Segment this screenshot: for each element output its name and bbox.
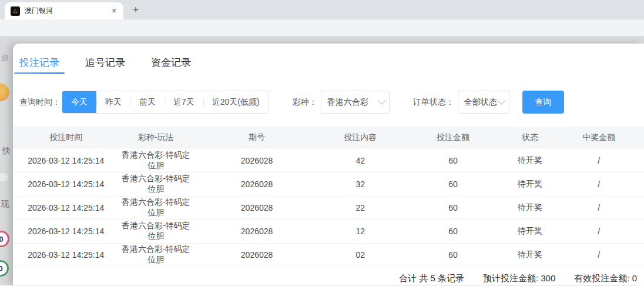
lottery-type-value: 香港六合彩: [327, 97, 368, 108]
table-cell: 60: [400, 149, 507, 172]
table-cell: 待开奖: [507, 149, 554, 172]
table-cell: /: [554, 149, 644, 172]
table-cell: 待开奖: [507, 172, 554, 196]
column-header: 彩种-玩法: [119, 127, 193, 149]
time-option-今天[interactable]: 今天: [62, 91, 96, 113]
time-option-前天[interactable]: 前天: [130, 91, 165, 113]
table-body: 2026-03-12 14:25:14香港六合彩-特码定位胆2026028426…: [13, 149, 644, 267]
summary-valid-amount: 有效投注金额: 0: [574, 273, 637, 284]
table-cell: 2026028: [193, 149, 321, 172]
table-row: 2026-03-12 14:25:14香港六合彩-特码定位胆2026028026…: [13, 243, 644, 267]
background-fragment-quick: 快: [2, 146, 11, 157]
tab-资金记录[interactable]: 资金记录: [151, 52, 191, 73]
browser-tab[interactable]: △ 澳门银河 ×: [5, 2, 123, 19]
column-header: 投注金额: [400, 127, 507, 149]
query-button[interactable]: 查询: [522, 91, 564, 114]
table-cell: 22: [321, 196, 400, 220]
record-tab-nav: 投注记录追号记录资金记录: [19, 52, 644, 73]
table-cell: 香港六合彩-特码定位胆: [119, 149, 193, 172]
query-time-label: 查询时间：: [19, 97, 61, 108]
order-status-select[interactable]: 全部状态: [458, 91, 509, 114]
query-time-group: 今天昨天前天近7天近20天(低频): [62, 91, 269, 114]
table-cell: 2026-03-12 14:25:14: [13, 196, 119, 220]
browser-toolbar: [0, 19, 644, 36]
table-cell: 2026028: [193, 220, 321, 243]
background-avatar-icon: [0, 84, 9, 101]
chevron-down-icon: [498, 97, 505, 105]
table-row: 2026-03-12 14:25:14香港六合彩-特码定位胆2026028426…: [13, 149, 644, 172]
table-cell: 60: [400, 196, 507, 220]
background-fragment-greeting: 迎: [1, 53, 9, 64]
order-status-value: 全部状态: [464, 97, 497, 108]
chevron-down-icon: [378, 97, 385, 105]
betting-records-panel: 投注记录追号记录资金记录 查询时间： 今天昨天前天近7天近20天(低频) 彩种：…: [13, 44, 644, 285]
background-lottery-ball-green: 0: [0, 260, 9, 277]
table-cell: /: [554, 220, 644, 243]
table-cell: 02: [321, 243, 400, 267]
time-option-近20天(低频)[interactable]: 近20天(低频): [203, 91, 269, 113]
column-header: 中奖金额: [554, 127, 644, 149]
table-cell: 60: [400, 220, 507, 243]
order-status-label: 订单状态：: [413, 97, 454, 108]
summary-expected-amount: 预计投注金额: 300: [483, 273, 555, 284]
lottery-type-select[interactable]: 香港六合彩: [321, 91, 390, 114]
table-row: 2026-03-12 14:25:14香港六合彩-特码定位胆2026028326…: [13, 172, 644, 196]
table-cell: 待开奖: [507, 220, 554, 243]
table-cell: 2026-03-12 14:25:14: [13, 172, 119, 196]
browser-tab-title: 澳门银河: [25, 6, 109, 16]
table-cell: 2026-03-12 14:25:14: [13, 149, 119, 172]
table-header-row: 投注时间彩种-玩法期号投注内容投注金额状态中奖金额: [13, 127, 644, 149]
table-cell: 香港六合彩-特码定位胆: [119, 243, 193, 267]
table-cell: 香港六合彩-特码定位胆: [119, 172, 193, 196]
column-header: 状态: [507, 127, 554, 149]
browser-tabstrip: △ 澳门银河 × +: [0, 0, 644, 19]
table-cell: /: [554, 243, 644, 267]
time-option-近7天[interactable]: 近7天: [165, 91, 203, 113]
new-tab-button[interactable]: +: [128, 3, 143, 18]
summary-total-records: 合计 共 5 条记录: [399, 273, 464, 284]
dimmed-background-page: 迎 快 现 0 0 投注记录追号记录资金记录 查询时间： 今天昨天前天近7天近2…: [0, 36, 644, 285]
table-cell: 2026-03-12 14:25:14: [13, 220, 119, 243]
site-favicon-icon: △: [11, 6, 20, 16]
column-header: 投注内容: [321, 127, 400, 149]
table-cell: 2026028: [193, 172, 321, 196]
table-cell: 香港六合彩-特码定位胆: [119, 196, 193, 220]
table-row: 2026-03-12 14:25:14香港六合彩-特码定位胆2026028126…: [13, 220, 644, 243]
table-cell: /: [554, 172, 644, 196]
tab-close-icon[interactable]: ×: [109, 6, 119, 16]
table-cell: 2026028: [193, 243, 321, 267]
table-cell: 12: [321, 220, 400, 243]
column-header: 投注时间: [13, 127, 119, 149]
table-cell: 32: [321, 172, 400, 196]
table-cell: /: [554, 196, 644, 220]
tab-追号记录[interactable]: 追号记录: [85, 52, 125, 73]
summary-bar: 合计 共 5 条记录 预计投注金额: 300 有效投注金额: 0: [13, 267, 644, 286]
table-cell: 42: [321, 149, 400, 172]
table-cell: 待开奖: [507, 243, 554, 267]
table-cell: 2026028: [193, 196, 321, 220]
table-cell: 2026-03-12 14:25:14: [13, 243, 119, 267]
bet-records-table: 投注时间彩种-玩法期号投注内容投注金额状态中奖金额 2026-03-12 14:…: [13, 127, 644, 267]
time-option-昨天[interactable]: 昨天: [96, 91, 130, 113]
background-toggle-fragment: [0, 173, 8, 181]
table-cell: 60: [400, 172, 507, 196]
lottery-type-label: 彩种：: [293, 97, 317, 108]
filter-row: 查询时间： 今天昨天前天近7天近20天(低频) 彩种： 香港六合彩 订单状态： …: [19, 91, 644, 114]
background-lottery-ball-pink: 0: [0, 231, 9, 247]
table-cell: 待开奖: [507, 196, 554, 220]
background-fragment-feature: 现: [1, 199, 9, 209]
column-header: 期号: [193, 127, 321, 149]
tab-投注记录[interactable]: 投注记录: [19, 52, 59, 73]
table-row: 2026-03-12 14:25:14香港六合彩-特码定位胆2026028226…: [13, 196, 644, 220]
table-cell: 香港六合彩-特码定位胆: [119, 220, 193, 243]
table-cell: 60: [400, 243, 507, 267]
